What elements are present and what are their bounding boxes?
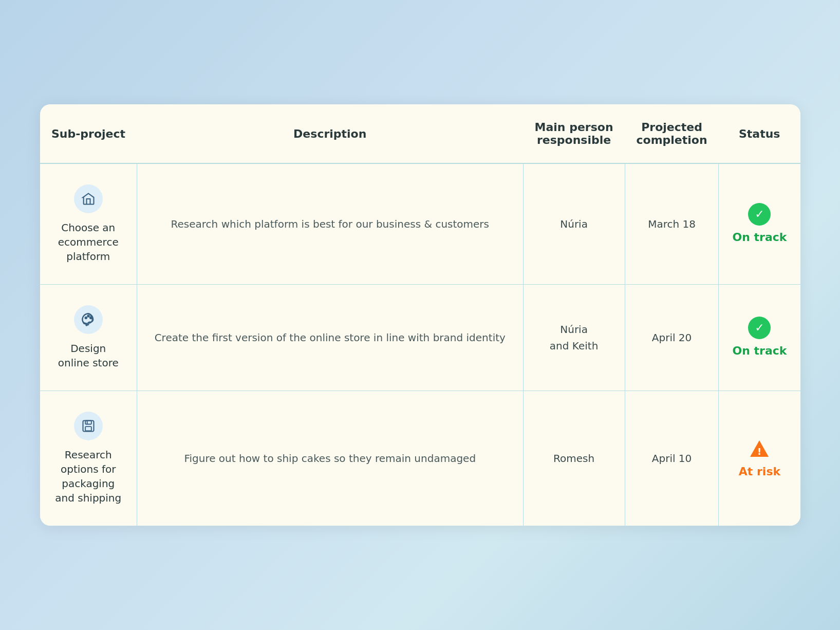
on-track-label-1: On track (733, 229, 787, 246)
home-icon-circle (74, 184, 103, 213)
save-icon (81, 419, 96, 433)
on-track-status-2: ✓ On track (731, 317, 788, 359)
status-cell-design: ✓ On track (719, 285, 800, 391)
check-circle-2: ✓ (748, 317, 771, 339)
person-name-design: Núriaand Keith (550, 323, 598, 352)
home-icon (81, 192, 96, 206)
main-card: Sub-project Description Main personrespo… (40, 104, 800, 526)
person-cell-packaging: Romesh (523, 391, 625, 526)
status-cell-packaging: ! At risk (719, 391, 800, 526)
person-cell-ecommerce: Núria (523, 163, 625, 285)
completion-cell-packaging: April 10 (625, 391, 719, 526)
header-main-person-text: Main personresponsible (535, 121, 613, 146)
svg-point-1 (87, 315, 89, 317)
subproject-cell-packaging: Researchoptions forpackagingand shipping (40, 391, 137, 526)
status-cell-ecommerce: ✓ On track (719, 163, 800, 285)
table-row: Designonline store Create the first vers… (40, 285, 800, 391)
description-cell-ecommerce: Research which platform is best for our … (137, 163, 523, 285)
table-row: Choose anecommerceplatform Research whic… (40, 163, 800, 285)
person-cell-design: Núriaand Keith (523, 285, 625, 391)
svg-rect-3 (83, 421, 94, 432)
header-description: Description (137, 104, 523, 163)
description-cell-design: Create the first version of the online s… (137, 285, 523, 391)
svg-point-0 (85, 317, 87, 319)
warning-icon: ! (748, 437, 771, 460)
subproject-label-ecommerce: Choose anecommerceplatform (58, 220, 119, 264)
warning-triangle-icon: ! (748, 437, 771, 460)
table-header-row: Sub-project Description Main personrespo… (40, 104, 800, 163)
subproject-label-packaging: Researchoptions forpackagingand shipping (55, 448, 121, 505)
table-row: Researchoptions forpackagingand shipping… (40, 391, 800, 526)
description-cell-packaging: Figure out how to ship cakes so they rem… (137, 391, 523, 526)
header-projected-completion-text: Projectedcompletion (636, 121, 707, 146)
completion-cell-ecommerce: March 18 (625, 163, 719, 285)
project-table: Sub-project Description Main personrespo… (40, 104, 800, 526)
palette-icon (81, 312, 96, 327)
header-projected-completion: Projectedcompletion (625, 104, 719, 163)
svg-rect-5 (85, 427, 91, 431)
on-track-label-2: On track (733, 342, 787, 359)
completion-cell-design: April 20 (625, 285, 719, 391)
save-icon-circle (74, 412, 103, 440)
check-circle-1: ✓ (748, 203, 771, 226)
header-subproject: Sub-project (40, 104, 137, 163)
at-risk-status: ! At risk (731, 437, 788, 480)
palette-icon-circle (74, 305, 103, 334)
on-track-status-1: ✓ On track (731, 203, 788, 246)
header-status: Status (719, 104, 800, 163)
subproject-cell-ecommerce: Choose anecommerceplatform (40, 163, 137, 285)
svg-text:!: ! (757, 446, 761, 457)
subproject-label-design: Designonline store (58, 341, 119, 370)
header-main-person: Main personresponsible (523, 104, 625, 163)
subproject-cell-design: Designonline store (40, 285, 137, 391)
at-risk-label: At risk (739, 463, 780, 480)
